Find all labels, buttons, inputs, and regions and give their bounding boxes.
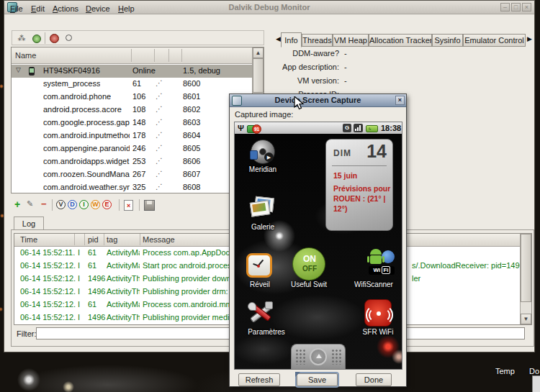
maximize-button[interactable]: □ <box>511 3 521 12</box>
tab-allocation-tracker[interactable]: Allocation Tracker <box>369 34 432 47</box>
menu-actions[interactable]: Actions <box>53 4 78 13</box>
notification-count-badge: 91 <box>252 124 261 134</box>
wifiscanner-app-icon[interactable]: Wi Fi <box>367 247 397 278</box>
log-level-warn-icon[interactable]: W <box>91 200 100 209</box>
debug-link-icon: ⋰ <box>156 79 163 87</box>
log-scrollbar[interactable]: ▼ <box>520 234 531 324</box>
calendar-weather-widget[interactable]: DIM 14 15 juin Prévisions pour ROUEN : (… <box>325 139 393 231</box>
process-row[interactable]: com.android.phone106⋰8601 <box>12 91 253 104</box>
menu-edit[interactable]: Edit <box>31 4 45 13</box>
dialog-close-icon[interactable]: × <box>395 96 405 105</box>
window-title: Dalvik Debug Monitor <box>4 3 534 12</box>
app-drawer-handle[interactable] <box>291 344 346 369</box>
device-info: 1.5, debug <box>183 66 220 75</box>
process-row[interactable]: system_process61⋰8600 <box>12 78 253 91</box>
phone-icon <box>29 67 35 76</box>
device-screen-capture-dialog: Device Screen Capture × Captured image: … <box>229 94 407 387</box>
scrollbar-thumb[interactable] <box>521 234 531 302</box>
clear-log-icon[interactable]: × <box>124 200 133 211</box>
save-button[interactable]: Save <box>297 373 338 386</box>
export-log-icon[interactable] <box>144 200 155 211</box>
scroll-down-icon[interactable]: ▼ <box>521 314 531 324</box>
debug-link-icon: ⋰ <box>156 92 163 100</box>
minimize-button[interactable]: – <box>500 3 510 12</box>
desktop-icon-label[interactable]: Temp <box>495 367 515 375</box>
process-row[interactable]: com.roozen.SoundManag267⋰8607 <box>12 168 253 181</box>
update-heap-icon[interactable] <box>31 33 41 43</box>
edit-filter-icon[interactable]: ✎ <box>27 199 33 209</box>
device-table-header[interactable]: Name <box>12 47 264 64</box>
refresh-button[interactable]: Refresh <box>238 373 280 386</box>
on-label: ON <box>293 254 326 264</box>
log-level-error-icon[interactable]: E <box>102 200 112 209</box>
process-row[interactable]: com.android.inputmethod178⋰8604 <box>12 129 253 142</box>
log-level-debug-icon[interactable]: D <box>68 200 77 209</box>
window-fragment <box>532 375 540 392</box>
done-button[interactable]: Done <box>356 373 392 386</box>
info-field-label: App description: <box>280 63 339 71</box>
device-toolbar: ⁂ <box>12 30 264 45</box>
menu-device[interactable]: Device <box>86 4 110 13</box>
update-threads-icon[interactable] <box>64 33 74 43</box>
debug-link-icon: ⋰ <box>156 183 163 191</box>
process-row[interactable]: com.android.weather.sync325⋰8608 <box>12 181 253 193</box>
menu-file[interactable]: FFileile <box>10 4 23 13</box>
app-label: Galerie <box>235 223 291 231</box>
tab-log[interactable]: Log <box>14 216 44 231</box>
phone-status-bar: Ψ 91 G ϟ 18:38 <box>235 122 402 135</box>
process-row[interactable]: com.androidapps.widget.b253⋰8606 <box>12 155 253 168</box>
log-level-verbose-icon[interactable]: V <box>56 200 66 209</box>
app-label: Useful Swit <box>275 281 343 288</box>
log-level-info-icon[interactable]: I <box>79 200 89 209</box>
focus-corner-marker <box>295 372 300 377</box>
column-name: Name <box>15 51 36 60</box>
tab-emulator-control[interactable]: Emulator Control <box>463 34 526 47</box>
tab-threads[interactable]: Threads <box>302 34 333 47</box>
app-label: Meridian <box>235 165 291 173</box>
column-pid: pid <box>88 235 99 244</box>
info-field-label: VM version: <box>280 76 339 85</box>
add-filter-icon[interactable]: + <box>14 199 20 210</box>
app-label: WifiScanner <box>354 281 402 288</box>
captured-image-label: Captured image: <box>235 110 293 119</box>
tab-scroll-left-icon[interactable]: ◀ <box>276 35 281 42</box>
scrollbar-thumb[interactable] <box>253 58 264 93</box>
clock-text: 18:38 <box>381 124 401 132</box>
debug-link-icon: ⋰ <box>156 144 163 152</box>
widget-forecast-line: 12°) <box>333 204 347 213</box>
galerie-app-icon[interactable] <box>251 196 275 219</box>
process-row[interactable]: com.google.process.gapp148⋰8603 <box>12 117 253 129</box>
meridian-app-icon[interactable]: ▶ <box>251 140 275 164</box>
menu-help[interactable]: Help <box>118 4 135 13</box>
play-icon: ▶ <box>264 152 274 162</box>
parametres-app-icon[interactable] <box>246 299 275 327</box>
stop-process-icon[interactable] <box>49 33 59 43</box>
expand-triangle-icon[interactable]: ▽ <box>16 66 21 73</box>
tab-info[interactable]: Info <box>281 32 302 47</box>
log-toolbar: + ✎ − V D I W E × <box>11 198 264 212</box>
tab-sysinfo[interactable]: Sysinfo <box>432 34 463 47</box>
window-titlebar[interactable]: Dalvik Debug Monitor – □ × <box>4 1 534 14</box>
device-row[interactable]: ▽ HT94SKF04916 Online 1.5, debug <box>12 65 264 78</box>
tab-scroll-right-icon[interactable]: ▶ <box>527 35 532 42</box>
captured-screenshot: Ψ 91 G ϟ 18:38 ▶ Meridian DIM <box>234 122 402 370</box>
desktop-icon-label[interactable]: Do <box>529 367 539 375</box>
process-row[interactable]: com.appengine.paranoid_246⋰8605 <box>12 142 253 155</box>
toolbar-separator <box>45 32 45 44</box>
debug-link-icon: ⋰ <box>156 118 163 126</box>
delete-filter-icon[interactable]: − <box>41 199 47 209</box>
useful-switchers-app-icon[interactable]: ON OFF <box>292 247 325 281</box>
scroll-up-icon[interactable]: ▲ <box>253 47 264 58</box>
drawer-open-icon[interactable] <box>310 348 327 365</box>
dialog-titlebar[interactable]: Device Screen Capture × <box>230 94 406 107</box>
reveil-app-icon[interactable] <box>246 253 272 278</box>
sfr-wifi-app-icon[interactable] <box>364 299 392 327</box>
info-field-value: - <box>344 76 347 85</box>
tab-vm-heap[interactable]: VM Heap <box>333 34 369 47</box>
debug-process-icon[interactable]: ⁂ <box>17 33 27 43</box>
process-row[interactable]: android.process.acore108⋰8602 <box>12 104 253 117</box>
app-label: Paramètres <box>235 328 298 336</box>
close-button[interactable]: × <box>522 3 531 12</box>
column-message: Message <box>143 235 175 244</box>
dialog-title: Device Screen Capture <box>230 96 406 104</box>
